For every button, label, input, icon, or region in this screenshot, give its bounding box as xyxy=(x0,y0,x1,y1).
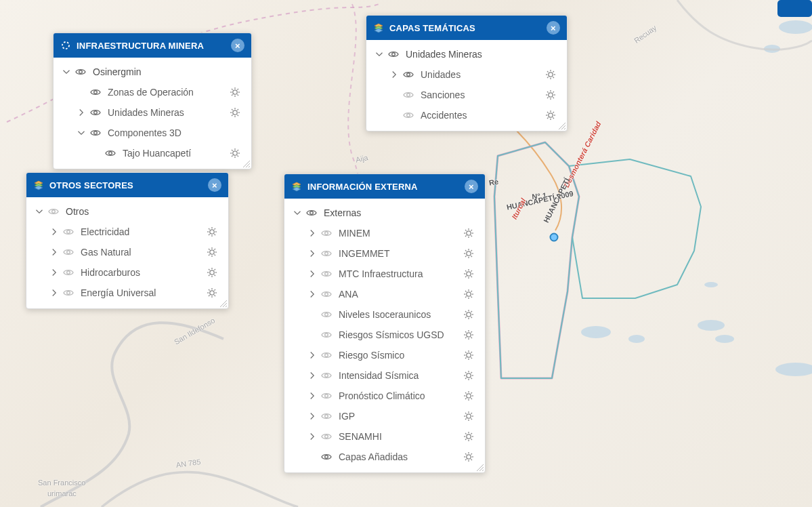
layer-row[interactable]: Unidades xyxy=(369,64,564,85)
layer-options-sun-icon[interactable] xyxy=(462,348,475,362)
visibility-eye-icon[interactable] xyxy=(402,88,415,102)
panel-info[interactable]: INFORMACIÓN EXTERNA×ExternasMINEMINGEMME… xyxy=(284,174,486,473)
layer-row[interactable]: IGP xyxy=(287,406,482,426)
chevron-right-icon[interactable] xyxy=(49,268,59,277)
panel-infra[interactable]: INFRAESTRUCTURA MINERA×OsinergminZonas d… xyxy=(53,33,252,169)
layer-row[interactable]: Unidades Mineras xyxy=(56,102,249,123)
layer-row[interactable]: INGEMMET xyxy=(287,243,482,264)
layer-row[interactable]: Pronóstico Climático xyxy=(287,386,482,406)
visibility-eye-icon[interactable] xyxy=(89,106,102,119)
layer-row[interactable]: Unidades Mineras xyxy=(369,44,564,64)
layer-options-sun-icon[interactable] xyxy=(462,450,475,464)
chevron-down-icon[interactable] xyxy=(293,208,302,218)
layer-row[interactable]: SENAMHI xyxy=(287,426,482,447)
layer-row[interactable]: Electricidad xyxy=(29,222,226,242)
visibility-eye-icon[interactable] xyxy=(320,348,333,362)
layer-row[interactable]: Zonas de Operación xyxy=(56,82,249,102)
layer-options-sun-icon[interactable] xyxy=(228,85,242,99)
layer-row[interactable]: Sanciones xyxy=(369,85,564,105)
visibility-eye-icon[interactable] xyxy=(387,47,400,61)
visibility-eye-icon[interactable] xyxy=(62,245,75,259)
visibility-eye-icon[interactable] xyxy=(62,266,75,279)
layer-row[interactable]: Gas Natural xyxy=(29,242,226,262)
layer-options-sun-icon[interactable] xyxy=(462,287,475,301)
visibility-eye-icon[interactable] xyxy=(89,126,102,140)
layer-row[interactable]: Componentes 3D xyxy=(56,123,249,143)
layer-options-sun-icon[interactable] xyxy=(462,267,475,281)
layer-options-sun-icon[interactable] xyxy=(544,108,557,122)
visibility-eye-icon[interactable] xyxy=(320,369,333,382)
chevron-right-icon[interactable] xyxy=(307,350,317,360)
layer-options-sun-icon[interactable] xyxy=(205,266,219,279)
layer-options-sun-icon[interactable] xyxy=(462,308,475,321)
layer-row[interactable]: Capas Añadidas xyxy=(287,447,482,467)
visibility-eye-icon[interactable] xyxy=(320,389,333,403)
visibility-eye-icon[interactable] xyxy=(320,267,333,281)
layer-row[interactable]: Riesgos Sísmicos UGSD xyxy=(287,325,482,345)
chevron-right-icon[interactable] xyxy=(307,432,317,441)
layer-options-sun-icon[interactable] xyxy=(462,328,475,342)
chevron-right-icon[interactable] xyxy=(307,371,317,380)
layer-options-sun-icon[interactable] xyxy=(462,369,475,382)
layer-options-sun-icon[interactable] xyxy=(462,226,475,240)
panel-header[interactable]: INFRAESTRUCTURA MINERA× xyxy=(54,33,251,58)
visibility-eye-icon[interactable] xyxy=(320,247,333,260)
layer-options-sun-icon[interactable] xyxy=(228,146,242,160)
close-button[interactable]: × xyxy=(208,178,221,192)
close-button[interactable]: × xyxy=(547,21,560,35)
chevron-right-icon[interactable] xyxy=(389,70,399,79)
panel-header[interactable]: INFORMACIÓN EXTERNA× xyxy=(284,174,485,199)
layer-row[interactable]: Energía Universal xyxy=(29,283,226,303)
chevron-down-icon[interactable] xyxy=(35,207,44,216)
panel-header[interactable]: CAPAS TEMÁTICAS× xyxy=(366,16,567,40)
visibility-eye-icon[interactable] xyxy=(320,328,333,342)
visibility-eye-icon[interactable] xyxy=(402,68,415,81)
layer-options-sun-icon[interactable] xyxy=(228,106,242,119)
visibility-eye-icon[interactable] xyxy=(402,108,415,122)
layer-row[interactable]: Externas xyxy=(287,203,482,223)
chevron-right-icon[interactable] xyxy=(307,249,317,258)
layer-row[interactable]: MTC Infraestructura xyxy=(287,264,482,284)
chevron-right-icon[interactable] xyxy=(77,108,86,117)
visibility-eye-icon[interactable] xyxy=(104,146,117,160)
chevron-down-icon[interactable] xyxy=(62,67,71,77)
visibility-eye-icon[interactable] xyxy=(320,430,333,443)
panel-otros[interactable]: OTROS SECTORES×OtrosElectricidadGas Natu… xyxy=(26,172,229,309)
layer-options-sun-icon[interactable] xyxy=(462,409,475,423)
visibility-eye-icon[interactable] xyxy=(305,206,318,220)
layer-options-sun-icon[interactable] xyxy=(205,286,219,300)
visibility-eye-icon[interactable] xyxy=(320,226,333,240)
close-button[interactable]: × xyxy=(465,180,478,193)
layer-options-sun-icon[interactable] xyxy=(544,88,557,102)
layer-options-sun-icon[interactable] xyxy=(205,225,219,239)
layer-row[interactable]: Accidentes xyxy=(369,105,564,125)
visibility-eye-icon[interactable] xyxy=(320,287,333,301)
layer-row[interactable]: MINEM xyxy=(287,223,482,243)
layer-row[interactable]: ANA xyxy=(287,284,482,304)
layer-row[interactable]: Riesgo Sísmico xyxy=(287,345,482,365)
layer-row[interactable]: Tajo Huancapetí xyxy=(56,143,249,163)
layer-row[interactable]: Hidrocarburos xyxy=(29,262,226,283)
visibility-eye-icon[interactable] xyxy=(320,308,333,321)
chevron-right-icon[interactable] xyxy=(307,411,317,421)
visibility-eye-icon[interactable] xyxy=(62,286,75,300)
chevron-right-icon[interactable] xyxy=(49,288,59,298)
layer-options-sun-icon[interactable] xyxy=(462,389,475,403)
layer-row[interactable]: Intensidad Sísmica xyxy=(287,365,482,386)
chevron-right-icon[interactable] xyxy=(307,289,317,299)
visibility-eye-icon[interactable] xyxy=(320,409,333,423)
chevron-right-icon[interactable] xyxy=(307,269,317,279)
layer-row[interactable]: Niveles Isoceraunicos xyxy=(287,304,482,325)
visibility-eye-icon[interactable] xyxy=(320,450,333,464)
layer-options-sun-icon[interactable] xyxy=(205,245,219,259)
chevron-right-icon[interactable] xyxy=(49,247,59,257)
layer-options-sun-icon[interactable] xyxy=(462,247,475,260)
close-button[interactable]: × xyxy=(231,39,244,52)
layer-options-sun-icon[interactable] xyxy=(544,68,557,81)
chevron-down-icon[interactable] xyxy=(77,128,86,138)
layer-row[interactable]: Otros xyxy=(29,201,226,222)
visibility-eye-icon[interactable] xyxy=(89,85,102,99)
visibility-eye-icon[interactable] xyxy=(47,205,60,218)
chevron-right-icon[interactable] xyxy=(307,228,317,238)
visibility-eye-icon[interactable] xyxy=(74,65,87,79)
